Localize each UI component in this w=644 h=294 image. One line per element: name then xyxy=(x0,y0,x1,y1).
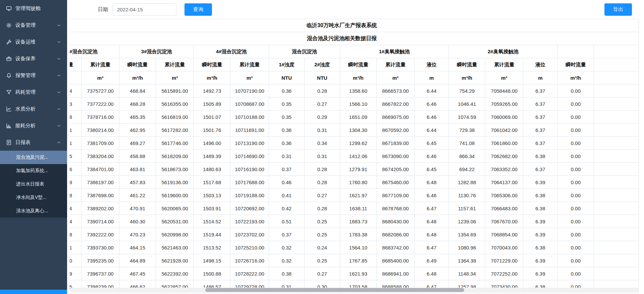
table-cell: 1505.89 xyxy=(194,97,230,111)
sidebar-item[interactable]: 报警管理 xyxy=(0,67,67,84)
table-row: 1511.447389202.00470.915620065.001503.91… xyxy=(70,202,639,215)
sidebar-item[interactable]: 管理驾驶舱 xyxy=(0,0,67,17)
sidebar-item[interactable]: 水质分析 xyxy=(0,100,67,117)
table-cell: 7072252.00 xyxy=(485,267,523,280)
table-row: 1494.137377222.00468.285616355.001505.89… xyxy=(70,97,639,111)
table-cell: 1760.80 xyxy=(340,176,376,189)
table-cell: 1498.15 xyxy=(194,254,230,267)
table-cell: 7393730.00 xyxy=(81,241,119,254)
horizontal-scrollbar[interactable] xyxy=(70,288,639,292)
table-cell: 10719188.00 xyxy=(230,189,269,202)
table-cell: 0.27 xyxy=(305,189,340,202)
table-row: 1495.767384701.00463.815618673.001480.63… xyxy=(70,163,639,176)
table-cell: 6.47 xyxy=(415,202,449,215)
table-cell: 1299.62 xyxy=(340,137,376,150)
table-cell: 7396737.00 xyxy=(81,267,119,280)
sidebar-subitem[interactable]: 净水间及V型... xyxy=(0,191,67,204)
table-column-header: 瞬时流量 xyxy=(340,58,376,71)
table-column-header: 液位 xyxy=(523,58,557,71)
bell-icon xyxy=(6,73,12,78)
table-cell: 1500.88 xyxy=(194,267,230,280)
table-viewport: 临沂30万吨水厂生产报表系统 混合池及污泥池相关数据日报 2#混合沉淀池3#混合… xyxy=(70,19,639,294)
table-cell: 7067670.00 xyxy=(485,215,523,228)
table-row: 1507.987392222.00470.235620998.001519.44… xyxy=(70,228,639,241)
table-cell: 0.32 xyxy=(269,241,305,254)
table-cell: 5621463.00 xyxy=(156,241,194,254)
table-row: 1496.857383204.00458.885618209.001489.39… xyxy=(70,150,639,163)
briefcase-icon xyxy=(6,56,12,62)
table-cell: 7392222.00 xyxy=(81,228,119,241)
report-subtitle: 混合池及污泥池相关数据日报 xyxy=(70,32,639,45)
table-cell: 0.29 xyxy=(305,111,340,124)
table-overflow-cell xyxy=(594,215,639,228)
sidebar-subitem[interactable]: 进出水日报表 xyxy=(0,177,67,191)
sidebar-item[interactable]: 设备管理 xyxy=(0,17,67,33)
table-overflow-cell xyxy=(594,45,639,58)
table-cell: 1507.64 xyxy=(70,215,81,228)
table-cell: 0.00 xyxy=(557,241,594,254)
sidebar-item[interactable]: 设备保养 xyxy=(0,50,67,67)
table-cell: 1492.73 xyxy=(194,84,230,97)
table-cell: 0.31 xyxy=(269,150,305,163)
table-overflow-cell xyxy=(594,176,639,189)
table-cell: 0.34 xyxy=(305,137,340,150)
table-cell: 1080.96 xyxy=(449,241,485,254)
export-button[interactable]: 导出 xyxy=(604,3,632,16)
table-cell: 7068854.00 xyxy=(485,228,523,241)
sidebar-subitem[interactable]: 混合池及污泥... xyxy=(0,151,67,164)
table-cell: 5619136.00 xyxy=(156,176,194,189)
sidebar-subitem[interactable]: 加氯加药系统... xyxy=(0,164,67,177)
table-cell: 1354.69 xyxy=(449,228,485,241)
main-content: 日期 查询 导出 临沂30万吨水厂生产报表系统 混合池及污泥池相关数据日报 2#… xyxy=(67,0,644,294)
date-input[interactable] xyxy=(113,3,176,16)
table-cell: 463.81 xyxy=(119,163,156,176)
table-body: 1495.247375727.00468.845615891.001492.73… xyxy=(70,84,639,293)
table-cell: 0.38 xyxy=(269,267,305,280)
table-cell: 0.37 xyxy=(269,163,305,176)
sidebar-item-label: 设备保养 xyxy=(15,56,57,62)
sidebar-item[interactable]: 能耗分析 xyxy=(0,117,67,134)
table-column-header: 累计流量 xyxy=(156,58,194,71)
table-cell: 7062682.00 xyxy=(485,150,523,163)
table-cell: 464.89 xyxy=(119,254,156,267)
table-cell: 6.37 xyxy=(523,124,557,137)
table-row: 1501.907395235.00464.895621928.001498.15… xyxy=(70,254,639,267)
table-row: 1494.917381709.00469.275617746.001496.00… xyxy=(70,137,639,150)
table-cell: 0.00 xyxy=(557,124,594,137)
table-cell: 1514.52 xyxy=(194,215,230,228)
sidebar-subitem-label: 清水池及离心... xyxy=(16,208,61,214)
table-column-header: 2#浊度 xyxy=(305,58,340,71)
sidebar-item[interactable]: 设备运维 xyxy=(0,33,67,50)
table-cell: 457.83 xyxy=(119,176,156,189)
table-cell: 6.48 xyxy=(415,228,449,241)
table-unit-header: m³/h xyxy=(557,71,594,84)
table-row: 1497.887378716.00465.355616819.001501.07… xyxy=(70,111,639,124)
horizontal-scrollbar-thumb[interactable] xyxy=(205,288,464,292)
sidebar-submenu: 混合池及污泥...加氯加药系统...进出水日报表净水间及V型...清水池及离心.… xyxy=(0,151,67,218)
table-cell: 6.48 xyxy=(415,215,449,228)
sidebar-item[interactable]: 日报表 xyxy=(0,134,67,151)
table-cell: 7377222.00 xyxy=(81,97,119,111)
table-cell: 1767.85 xyxy=(340,254,376,267)
sidebar-subitem-label: 加氯加药系统... xyxy=(16,168,61,174)
table-cell: 5618673.00 xyxy=(156,163,194,176)
table-cell: 1504.81 xyxy=(70,241,81,254)
table-cell: 1304.30 xyxy=(340,124,376,137)
table-cell: 5615891.00 xyxy=(156,84,194,97)
sidebar-item-label: 设备管理 xyxy=(15,22,57,28)
query-button[interactable]: 查询 xyxy=(184,3,212,16)
sidebar-subitem[interactable]: 清水池及离心... xyxy=(0,204,67,218)
table-cell: 0.00 xyxy=(557,215,594,228)
table-cell: 7066483.00 xyxy=(485,202,523,215)
sidebar-item[interactable]: 药耗管理 xyxy=(0,84,67,100)
table-cell: 469.27 xyxy=(119,137,156,150)
table-cell: 1501.79 xyxy=(70,267,81,280)
table-cell: 7065306.00 xyxy=(485,189,523,202)
table-cell: 468.28 xyxy=(119,97,156,111)
table-column-row: 瞬时流量累计流量瞬时流量累计流量瞬时流量累计流量1#浊度2#浊度瞬时流量累计流量… xyxy=(70,58,639,71)
table-cell: 0.28 xyxy=(305,176,340,189)
table-cell: 0.41 xyxy=(269,189,305,202)
table-cell: 461.22 xyxy=(119,189,156,202)
table-cell: 6.37 xyxy=(523,111,557,124)
table-unit-header: m³ xyxy=(376,71,414,84)
